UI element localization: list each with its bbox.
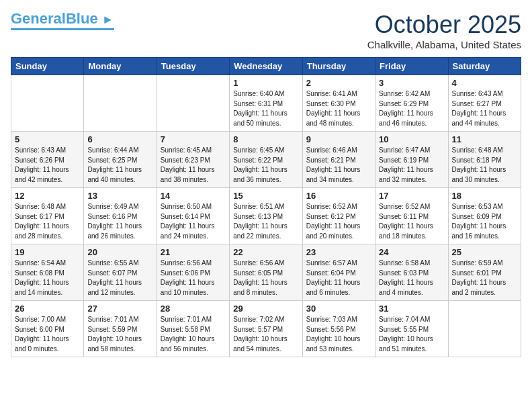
day-info: Sunrise: 7:04 AMSunset: 5:55 PMDaylight:… — [379, 315, 444, 354]
sunset-text: Sunset: 6:25 PM — [87, 156, 137, 164]
day-info: Sunrise: 6:43 AMSunset: 6:26 PMDaylight:… — [15, 146, 80, 185]
daylight-text: Daylight: 11 hours and 24 minutes. — [161, 222, 215, 240]
day-number: 12 — [15, 191, 80, 201]
header-friday: Friday — [375, 58, 448, 75]
day-info: Sunrise: 6:56 AMSunset: 6:05 PMDaylight:… — [233, 259, 298, 298]
day-number: 29 — [233, 304, 298, 314]
daylight-text: Daylight: 11 hours and 40 minutes. — [87, 166, 142, 183]
sunrise-text: Sunrise: 6:52 AM — [306, 203, 357, 210]
table-row: 26Sunrise: 7:00 AMSunset: 6:00 PMDayligh… — [11, 301, 84, 357]
logo-bird-icon: ► — [102, 13, 114, 27]
table-row: 30Sunrise: 7:03 AMSunset: 5:56 PMDayligh… — [302, 301, 375, 357]
daylight-text: Daylight: 11 hours and 32 minutes. — [379, 166, 433, 183]
sunrise-text: Sunrise: 6:57 AM — [306, 259, 357, 267]
day-number: 18 — [452, 191, 517, 201]
sunset-text: Sunset: 6:26 PM — [15, 156, 64, 164]
day-info: Sunrise: 6:53 AMSunset: 6:09 PMDaylight:… — [452, 202, 517, 241]
day-number: 6 — [87, 134, 152, 144]
sunrise-text: Sunrise: 6:56 AM — [233, 259, 284, 267]
daylight-text: Daylight: 11 hours and 16 minutes. — [452, 222, 506, 240]
header-monday: Monday — [84, 58, 157, 75]
sunrise-text: Sunrise: 6:48 AM — [452, 146, 503, 154]
header-sunday: Sunday — [11, 58, 84, 75]
day-info: Sunrise: 6:51 AMSunset: 6:13 PMDaylight:… — [233, 202, 298, 241]
day-number: 2 — [306, 78, 371, 88]
sunset-text: Sunset: 6:06 PM — [161, 269, 210, 277]
table-row: 15Sunrise: 6:51 AMSunset: 6:13 PMDayligh… — [230, 188, 302, 244]
daylight-text: Daylight: 11 hours and 14 minutes. — [15, 279, 69, 296]
sunset-text: Sunset: 5:55 PM — [379, 326, 429, 333]
day-info: Sunrise: 6:55 AMSunset: 6:07 PMDaylight:… — [87, 259, 152, 298]
sunset-text: Sunset: 6:23 PM — [161, 156, 210, 164]
day-number: 26 — [15, 304, 80, 314]
sunset-text: Sunset: 6:08 PM — [15, 269, 64, 277]
day-info: Sunrise: 6:58 AMSunset: 6:03 PMDaylight:… — [379, 259, 444, 298]
sunset-text: Sunset: 6:29 PM — [379, 100, 429, 107]
sunset-text: Sunset: 6:17 PM — [15, 213, 64, 220]
daylight-text: Daylight: 11 hours and 6 minutes. — [306, 279, 361, 296]
calendar-week-2: 5Sunrise: 6:43 AMSunset: 6:26 PMDaylight… — [11, 132, 521, 188]
day-info: Sunrise: 6:52 AMSunset: 6:11 PMDaylight:… — [379, 202, 444, 241]
table-row: 31Sunrise: 7:04 AMSunset: 5:55 PMDayligh… — [375, 301, 448, 357]
daylight-text: Daylight: 11 hours and 20 minutes. — [306, 222, 361, 240]
daylight-text: Daylight: 10 hours and 58 minutes. — [87, 335, 142, 353]
header-saturday: Saturday — [448, 58, 521, 75]
sunset-text: Sunset: 6:13 PM — [233, 213, 283, 220]
sunrise-text: Sunrise: 6:45 AM — [161, 146, 212, 154]
sunrise-text: Sunrise: 6:42 AM — [379, 90, 430, 97]
daylight-text: Daylight: 11 hours and 26 minutes. — [87, 222, 142, 240]
table-row: 10Sunrise: 6:47 AMSunset: 6:19 PMDayligh… — [375, 132, 448, 188]
table-row — [11, 75, 84, 132]
sunrise-text: Sunrise: 7:00 AM — [15, 316, 66, 323]
table-row: 20Sunrise: 6:55 AMSunset: 6:07 PMDayligh… — [84, 244, 157, 301]
table-row: 5Sunrise: 6:43 AMSunset: 6:26 PMDaylight… — [11, 132, 84, 188]
header-thursday: Thursday — [302, 58, 375, 75]
day-number: 3 — [379, 78, 444, 88]
sunrise-text: Sunrise: 6:59 AM — [452, 259, 503, 267]
sunset-text: Sunset: 6:11 PM — [379, 213, 429, 220]
sunset-text: Sunset: 6:31 PM — [233, 100, 283, 107]
daylight-text: Daylight: 11 hours and 38 minutes. — [161, 166, 215, 183]
day-info: Sunrise: 7:02 AMSunset: 5:57 PMDaylight:… — [233, 315, 298, 354]
day-info: Sunrise: 6:57 AMSunset: 6:04 PMDaylight:… — [306, 259, 371, 298]
day-info: Sunrise: 6:52 AMSunset: 6:12 PMDaylight:… — [306, 202, 371, 241]
sunrise-text: Sunrise: 6:51 AM — [233, 203, 284, 210]
sunset-text: Sunset: 6:16 PM — [87, 213, 137, 220]
day-number: 22 — [233, 247, 298, 257]
day-info: Sunrise: 6:40 AMSunset: 6:31 PMDaylight:… — [233, 89, 298, 128]
calendar-week-3: 12Sunrise: 6:48 AMSunset: 6:17 PMDayligh… — [11, 188, 521, 244]
day-info: Sunrise: 6:59 AMSunset: 6:01 PMDaylight:… — [452, 259, 517, 298]
sunset-text: Sunset: 6:04 PM — [306, 269, 356, 277]
sunset-text: Sunset: 6:19 PM — [379, 156, 429, 164]
daylight-text: Daylight: 11 hours and 12 minutes. — [87, 279, 142, 296]
daylight-text: Daylight: 11 hours and 42 minutes. — [15, 166, 69, 183]
table-row: 9Sunrise: 6:46 AMSunset: 6:21 PMDaylight… — [302, 132, 375, 188]
daylight-text: Daylight: 11 hours and 34 minutes. — [306, 166, 361, 183]
daylight-text: Daylight: 11 hours and 22 minutes. — [233, 222, 287, 240]
day-info: Sunrise: 6:48 AMSunset: 6:18 PMDaylight:… — [452, 146, 517, 185]
day-number: 16 — [306, 191, 371, 201]
table-row: 12Sunrise: 6:48 AMSunset: 6:17 PMDayligh… — [11, 188, 84, 244]
month-title: October 2025 — [367, 11, 521, 39]
sunrise-text: Sunrise: 6:43 AM — [15, 146, 66, 154]
calendar-table: Sunday Monday Tuesday Wednesday Thursday… — [11, 57, 521, 357]
sunset-text: Sunset: 6:03 PM — [379, 269, 429, 277]
daylight-text: Daylight: 11 hours and 18 minutes. — [379, 222, 433, 240]
calendar-week-5: 26Sunrise: 7:00 AMSunset: 6:00 PMDayligh… — [11, 301, 521, 357]
sunrise-text: Sunrise: 7:03 AM — [306, 316, 357, 323]
sunset-text: Sunset: 6:01 PM — [452, 269, 502, 277]
day-number: 4 — [452, 78, 517, 88]
table-row: 25Sunrise: 6:59 AMSunset: 6:01 PMDayligh… — [448, 244, 521, 301]
day-info: Sunrise: 6:48 AMSunset: 6:17 PMDaylight:… — [15, 202, 80, 241]
day-info: Sunrise: 6:42 AMSunset: 6:29 PMDaylight:… — [379, 89, 444, 128]
day-number: 10 — [379, 134, 444, 144]
sunset-text: Sunset: 6:18 PM — [452, 156, 502, 164]
location-text: Chalkville, Alabama, United States — [367, 39, 521, 50]
day-info: Sunrise: 6:54 AMSunset: 6:08 PMDaylight:… — [15, 259, 80, 298]
calendar-week-4: 19Sunrise: 6:54 AMSunset: 6:08 PMDayligh… — [11, 244, 521, 301]
sunrise-text: Sunrise: 6:54 AM — [15, 259, 66, 267]
daylight-text: Daylight: 10 hours and 54 minutes. — [233, 335, 287, 353]
sunset-text: Sunset: 6:22 PM — [233, 156, 283, 164]
day-number: 21 — [161, 247, 226, 257]
sunset-text: Sunset: 5:56 PM — [306, 326, 356, 333]
